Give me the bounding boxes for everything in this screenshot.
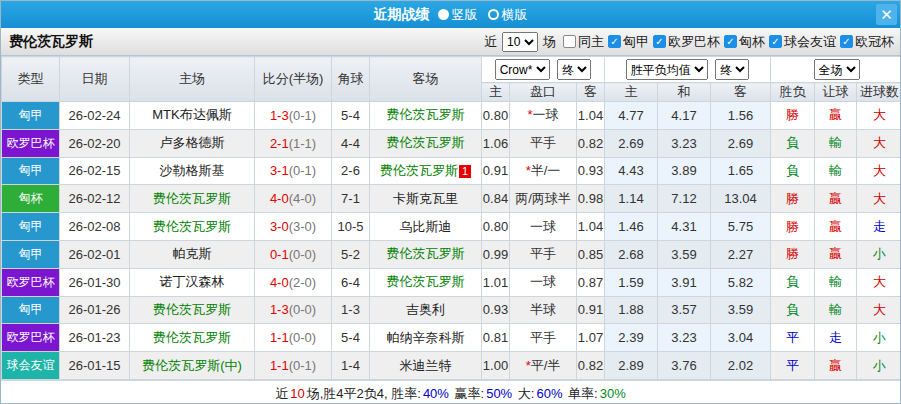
- eu-stage-select[interactable]: 终: [715, 59, 749, 80]
- summary-segment: 单率:: [564, 386, 597, 401]
- checkbox-icon[interactable]: ✓: [769, 35, 782, 48]
- col-header-corner: 角球: [332, 57, 370, 102]
- handicap-cell: 半球: [510, 296, 577, 324]
- summary-segment: 40%: [423, 386, 449, 401]
- home-team-cell: 费伦茨瓦罗斯: [130, 296, 255, 324]
- eu-odds-type-select[interactable]: 胜平负均值: [626, 59, 708, 80]
- half-time-score: (0-1): [289, 108, 316, 123]
- radio-selected-icon[interactable]: [438, 9, 449, 20]
- checkbox-icon[interactable]: ✓: [653, 35, 666, 48]
- league-filter-checkbox[interactable]: ✓ 匈甲: [608, 33, 649, 51]
- col-header-home: 主场: [130, 57, 255, 102]
- layout-radio-group: 竖版 横版: [438, 6, 528, 24]
- ah-home-odds: 0.80: [482, 213, 510, 241]
- checkbox-icon[interactable]: ✓: [724, 35, 737, 48]
- away-team-name: 米迪兰特: [400, 358, 452, 373]
- eu-draw-odds: 4.31: [658, 213, 711, 241]
- league-type-badge: 球会友谊: [2, 352, 60, 380]
- handicap-line: 两/两球半: [515, 191, 571, 206]
- ah-stage-select[interactable]: 终: [557, 59, 591, 80]
- recent-count-select[interactable]: 10: [502, 32, 538, 52]
- eu-draw-odds: 4.17: [658, 102, 711, 130]
- win-loss-result: 平: [771, 352, 815, 380]
- checkbox-label: 同主: [578, 33, 604, 51]
- score-cell: 1-1(0-0): [255, 324, 332, 352]
- corner-score: 5-4: [332, 324, 370, 352]
- full-time-score: 1-1: [270, 358, 289, 373]
- eu-away-odds: 13.04: [711, 185, 771, 213]
- handicap-cell: *一球: [510, 102, 577, 130]
- goals-result: 走: [857, 213, 901, 241]
- goals-result: 大: [857, 102, 901, 130]
- summary-segment: 大:: [514, 386, 534, 401]
- ah-away-odds: 0.93: [577, 157, 605, 185]
- table-row: 欧罗巴杯 26-01-30 诺丁汉森林 4-0(2-0) 6-4 费伦茨瓦罗斯 …: [2, 268, 901, 296]
- bookmaker-select[interactable]: Crow*: [495, 59, 550, 80]
- home-team-cell: 诺丁汉森林: [130, 268, 255, 296]
- handicap-result: 贏: [815, 213, 857, 241]
- radio-vertical-option[interactable]: 竖版: [438, 6, 478, 24]
- checkbox-label: 匈甲: [623, 33, 649, 51]
- half-time-score: (0-0): [289, 247, 316, 262]
- away-team-name: 费伦茨瓦罗斯: [387, 135, 465, 150]
- home-team-name: MTK布达佩斯: [152, 107, 231, 122]
- corner-score: 7-1: [332, 185, 370, 213]
- away-team-name: 费伦茨瓦罗斯: [387, 274, 465, 289]
- eu-away-odds: 1.56: [711, 102, 771, 130]
- away-team-cell: 费伦茨瓦罗斯: [370, 268, 482, 296]
- home-team-cell: 费伦茨瓦罗斯: [130, 324, 255, 352]
- match-date: 26-01-23: [60, 324, 130, 352]
- away-team-name: 吉奥利: [406, 302, 445, 317]
- radio-horizontal-option[interactable]: 横版: [488, 6, 528, 24]
- full-time-score: 2-1: [270, 136, 289, 151]
- match-date: 26-02-01: [60, 240, 130, 268]
- goals-result: 大: [857, 296, 901, 324]
- match-date: 26-01-15: [60, 352, 130, 380]
- checkbox-icon[interactable]: ✓: [608, 35, 621, 48]
- score-cell: 1-3(0-0): [255, 296, 332, 324]
- radio-horizontal-label: 横版: [502, 6, 528, 24]
- league-filter-checkbox[interactable]: ✓ 球会友谊: [769, 33, 836, 51]
- results-table: 类型 日期 主场 比分(半场) 角球 客场 Crow* 终 胜平负均值 终 全场: [1, 56, 901, 380]
- summary-segment: 赢率:: [451, 386, 484, 401]
- home-team-cell: 费伦茨瓦罗斯: [130, 185, 255, 213]
- league-filter-checkbox[interactable]: 同主: [563, 33, 604, 51]
- league-filter-checkbox[interactable]: ✓ 欧冠杯: [840, 33, 894, 51]
- handicap-result: 輸: [815, 296, 857, 324]
- win-loss-result: 負: [771, 268, 815, 296]
- win-loss-result: 平: [771, 324, 815, 352]
- full-time-score: 1-3: [270, 302, 289, 317]
- radio-unselected-icon[interactable]: [488, 9, 499, 20]
- handicap-cell: 一球: [510, 268, 577, 296]
- handicap-cell: 平手: [510, 324, 577, 352]
- scope-dropdown-cell: 全场: [771, 57, 901, 83]
- corner-score: 10-5: [332, 213, 370, 241]
- home-team-name: 费伦茨瓦罗斯: [153, 219, 231, 234]
- close-icon[interactable]: ✕: [876, 4, 897, 25]
- home-team-name: 费伦茨瓦罗斯: [153, 330, 231, 345]
- table-row: 匈甲 26-01-26 费伦茨瓦罗斯 1-3(0-0) 1-3 吉奥利 0.93…: [2, 296, 901, 324]
- score-cell: 1-3(0-1): [255, 102, 332, 130]
- league-filter-checkbox[interactable]: ✓ 匈杯: [724, 33, 765, 51]
- full-time-score: 3-1: [270, 163, 289, 178]
- checkbox-icon[interactable]: ✓: [840, 35, 853, 48]
- away-team-cell: 吉奥利: [370, 296, 482, 324]
- scope-select[interactable]: 全场: [814, 59, 860, 80]
- league-filter-checkbox[interactable]: ✓ 欧罗巴杯: [653, 33, 720, 51]
- eu-draw-odds: 7.12: [658, 185, 711, 213]
- full-time-score: 1-3: [270, 108, 289, 123]
- half-time-score: (1-1): [289, 136, 316, 151]
- handicap-cell: 平手: [510, 240, 577, 268]
- col-header-type: 类型: [2, 57, 60, 102]
- handicap-line: 平/半: [531, 358, 561, 373]
- checkbox-icon[interactable]: [563, 35, 576, 48]
- score-cell: 3-0(3-0): [255, 213, 332, 241]
- subheader-goals: 进球数: [857, 83, 901, 102]
- corner-score: 2-6: [332, 157, 370, 185]
- handicap-result: 贏: [815, 185, 857, 213]
- goals-result: 小: [857, 324, 901, 352]
- subheader-eu-draw: 和: [658, 83, 711, 102]
- eu-home-odds: 4.77: [605, 102, 658, 130]
- match-date: 26-02-12: [60, 185, 130, 213]
- ah-away-odds: 0.85: [577, 240, 605, 268]
